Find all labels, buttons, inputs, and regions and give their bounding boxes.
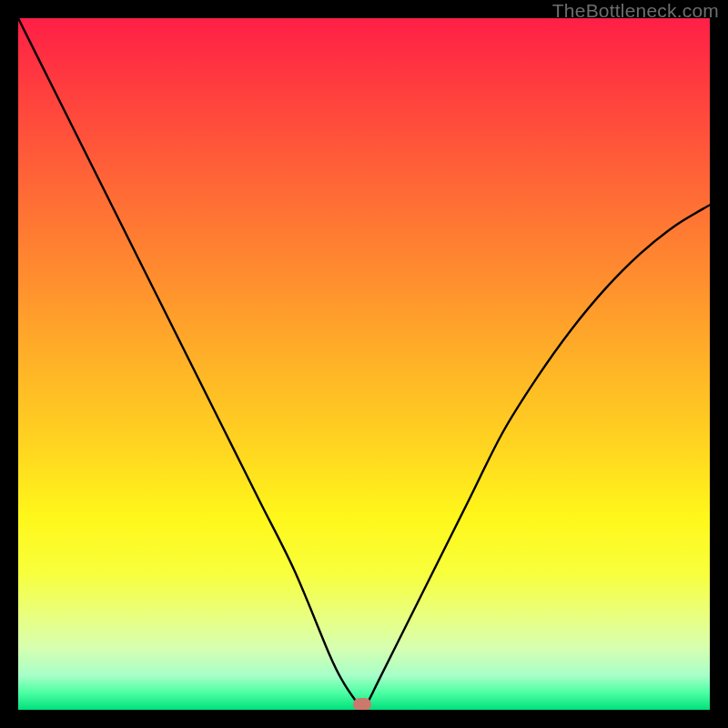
bottleneck-curve bbox=[18, 18, 710, 710]
plot-area bbox=[18, 18, 710, 710]
optimal-point-marker bbox=[353, 698, 371, 710]
chart-frame: TheBottleneck.com bbox=[0, 0, 728, 728]
